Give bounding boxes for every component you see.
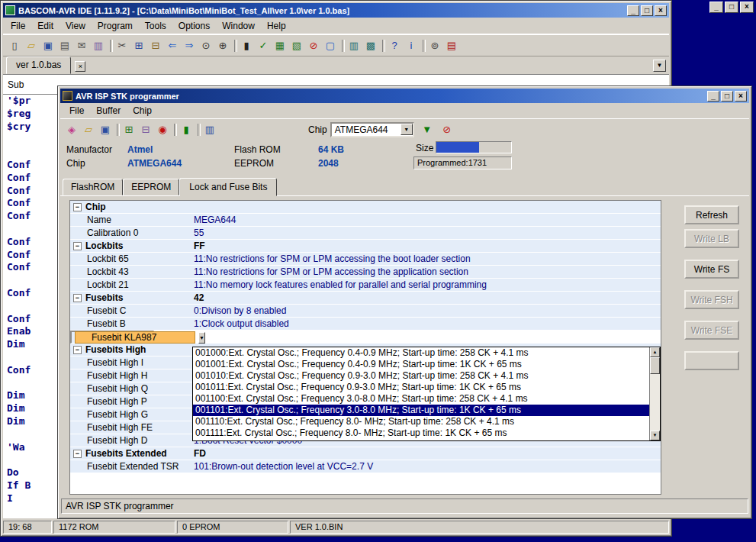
minimize-button[interactable]: _ xyxy=(707,91,719,102)
find-icon[interactable]: ⊙ xyxy=(198,37,214,54)
ide-titlebar[interactable]: BASCOM-AVR IDE [1.11.9.2] - [C:\Data\Min… xyxy=(3,3,669,18)
fuse-grid-row[interactable]: − Fusebit KLA987 001101:Ext. Crystal Osc… xyxy=(70,331,154,344)
terminal-icon[interactable]: ▢ xyxy=(322,37,339,54)
write-lockbits-icon[interactable]: ◉ xyxy=(154,121,171,138)
compile-icon[interactable]: ▮ xyxy=(238,37,255,54)
print-icon[interactable]: ▤ xyxy=(56,37,73,54)
lcd-designer-icon[interactable]: ▩ xyxy=(362,37,379,54)
menu-item[interactable]: Buffer xyxy=(90,103,127,118)
refresh-button[interactable]: Refresh xyxy=(684,205,739,224)
cancel-icon[interactable]: ⊘ xyxy=(439,121,455,138)
scroll-down-icon[interactable]: ▼ xyxy=(650,431,660,440)
dropdown-option[interactable]: 001010:Ext. Crystal Osc.; Frequency 0.9-… xyxy=(193,370,649,382)
program-chip-icon[interactable]: ▧ xyxy=(288,37,305,54)
fuse-grid-row[interactable]: − Calibration 0 55 ▼ xyxy=(70,227,661,240)
mail-icon[interactable]: ✉ xyxy=(73,37,90,54)
write-chip-icon[interactable]: ⊞ xyxy=(121,121,137,138)
show-result-icon[interactable]: ▦ xyxy=(272,37,288,54)
extra-button[interactable] xyxy=(684,351,739,370)
tab-list-dropdown-button[interactable]: ▼ xyxy=(653,60,666,72)
zoom-icon[interactable]: ⊚ xyxy=(426,37,443,54)
erase-chip-icon[interactable]: ◈ xyxy=(63,121,80,138)
dropdown-scrollbar[interactable]: ▲ ▼ xyxy=(649,347,660,440)
menu-item[interactable]: File xyxy=(5,18,31,34)
menu-item[interactable]: Window xyxy=(216,18,261,34)
programmer-tab[interactable]: Lock and Fuse Bits xyxy=(179,178,277,196)
open-file-icon[interactable]: ▱ xyxy=(80,121,97,138)
menu-item[interactable]: Help xyxy=(261,18,292,34)
chevron-down-icon[interactable]: ▼ xyxy=(401,124,413,135)
fuse-grid-row[interactable]: − Chip ▼ xyxy=(70,201,661,214)
scrollbar-thumb[interactable] xyxy=(650,357,660,374)
about-icon[interactable]: i xyxy=(403,37,420,54)
fuse-grid-row[interactable]: − Name MEGA644 ▼ xyxy=(70,214,661,227)
stop-icon[interactable]: ⊘ xyxy=(305,37,322,54)
collapse-icon[interactable]: − xyxy=(73,346,82,354)
save-file-icon[interactable]: ▣ xyxy=(40,37,56,54)
fuse-grid-row[interactable]: − Lockbit 65 11:No restrictions for SPM … xyxy=(70,253,661,266)
fuse-grid-row[interactable]: − Fusebits Extended FD ▼ xyxy=(70,447,661,460)
indent-icon[interactable]: ⇒ xyxy=(181,37,198,54)
pdf-report-icon[interactable]: ▤ xyxy=(443,37,460,54)
read-fusebits-icon[interactable]: ▼ xyxy=(419,121,436,138)
tab-ver-1-0-bas[interactable]: ver 1.0.bas xyxy=(6,56,71,74)
collapse-icon[interactable]: − xyxy=(73,203,82,211)
dropdown-option[interactable]: 001111:Ext. Crystal Osc.; Frequency 8.0-… xyxy=(193,427,649,439)
export-icon[interactable]: ▥ xyxy=(90,37,107,54)
menu-item[interactable]: Tools xyxy=(139,18,172,34)
fuse-grid-row[interactable]: − Lockbits FF ▼ xyxy=(70,240,661,253)
write-lb-button[interactable]: Write LB xyxy=(684,229,739,248)
auto-program-icon[interactable]: ▮ xyxy=(178,121,195,138)
simulator-icon[interactable]: ▥ xyxy=(346,37,362,54)
menu-item[interactable]: Edit xyxy=(31,18,60,34)
help-icon[interactable]: ? xyxy=(386,37,403,54)
save-file-icon[interactable]: ▣ xyxy=(97,121,114,138)
fuse-grid-row[interactable]: − Lockbit 21 11:No memory lock features … xyxy=(70,279,661,292)
collapse-icon[interactable]: − xyxy=(73,450,82,458)
write-fsh-button[interactable]: Write FSH xyxy=(684,290,739,309)
syntax-check-icon[interactable]: ✓ xyxy=(255,37,272,54)
maximize-button[interactable]: □ xyxy=(721,91,733,102)
fuse-grid-row[interactable]: − Fusebit C 0:Divison by 8 enabled ▼ xyxy=(70,305,661,318)
dropdown-option[interactable]: 001101:Ext. Crystal Osc.; Frequency 3.0-… xyxy=(193,405,649,416)
menu-item[interactable]: View xyxy=(60,18,92,34)
close-button[interactable]: × xyxy=(740,2,754,13)
copy-icon[interactable]: ⊞ xyxy=(130,37,147,54)
fuse-grid-row[interactable]: − Fusebits 42 ▼ xyxy=(70,292,661,305)
write-fse-button[interactable]: Write FSE xyxy=(684,321,739,340)
dropdown-option[interactable]: 001100:Ext. Crystal Osc.; Frequency 3.0-… xyxy=(193,393,649,405)
menu-item[interactable]: File xyxy=(63,103,90,118)
new-file-icon[interactable]: ▯ xyxy=(6,37,23,54)
fuse-grid-row[interactable]: − Fusebit Extended TSR 101:Brown-out det… xyxy=(70,460,661,473)
menu-item[interactable]: Chip xyxy=(127,103,158,118)
dropdown-option[interactable]: 001110:Ext. Crystal Osc.; Frequency 8.0-… xyxy=(193,416,649,427)
open-file-icon[interactable]: ▱ xyxy=(23,37,40,54)
tab-close-icon[interactable]: × xyxy=(75,61,85,72)
minimize-button[interactable]: _ xyxy=(709,2,723,13)
programmer-titlebar[interactable]: AVR ISP STK programmer _ □ × xyxy=(60,89,749,103)
dropdown-option[interactable]: 001001:Ext. Crystal Osc.; Frequency 0.4-… xyxy=(193,359,649,370)
scroll-up-icon[interactable]: ▲ xyxy=(650,347,660,357)
find-next-icon[interactable]: ⊕ xyxy=(214,37,231,54)
programmer-tab[interactable]: FlashROM xyxy=(63,179,123,195)
dropdown-option[interactable]: 001011:Ext. Crystal Osc.; Frequency 0.9-… xyxy=(193,382,649,393)
chevron-down-icon[interactable]: ▼ xyxy=(198,332,205,344)
unindent-icon[interactable]: ⇐ xyxy=(164,37,181,54)
cut-icon[interactable]: ✂ xyxy=(114,37,130,54)
close-button[interactable]: × xyxy=(735,91,747,102)
write-fs-button[interactable]: Write FS xyxy=(684,260,739,279)
collapse-icon[interactable]: − xyxy=(73,242,82,250)
read-chip-icon[interactable]: ⊟ xyxy=(137,121,154,138)
dropdown-option[interactable]: 001000:Ext. Crystal Osc.; Frequency 0.4-… xyxy=(193,347,649,359)
maximize-button[interactable]: □ xyxy=(641,5,653,16)
minimize-button[interactable]: _ xyxy=(627,5,639,16)
fuse-grid-row[interactable]: − Lockbit 43 11:No restrictions for SPM … xyxy=(70,266,661,279)
paste-icon[interactable]: ⊟ xyxy=(147,37,164,54)
collapse-icon[interactable]: − xyxy=(73,294,82,302)
verify-chip-icon[interactable]: ▥ xyxy=(201,121,218,138)
menu-item[interactable]: Options xyxy=(172,18,216,34)
fuse-grid-row[interactable]: − Fusebit B 1:Clock output disabled ▼ xyxy=(70,318,661,331)
programmer-tab[interactable]: EEPROM xyxy=(123,179,179,195)
close-button[interactable]: × xyxy=(655,5,667,16)
maximize-button[interactable]: □ xyxy=(725,2,738,13)
